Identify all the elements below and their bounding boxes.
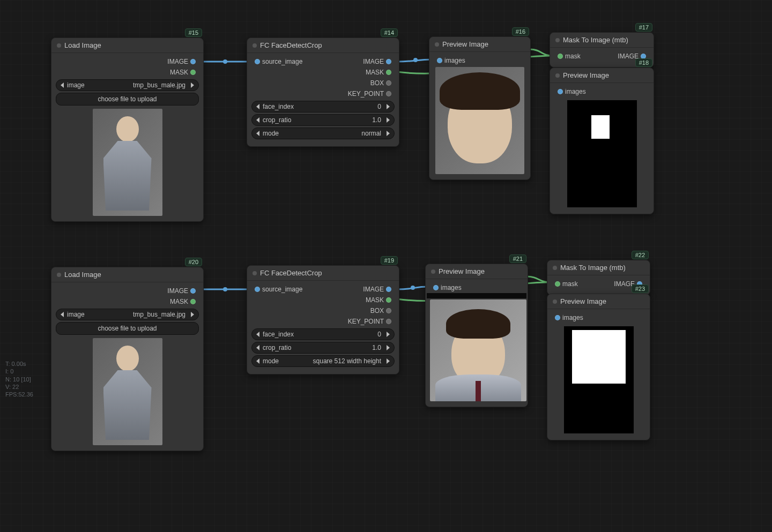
chevron-left-icon[interactable] (256, 131, 259, 136)
chevron-left-icon[interactable] (256, 332, 259, 337)
node-title[interactable]: Preview Image (429, 37, 530, 52)
node-preview-image-18[interactable]: #18 Preview Image images (550, 68, 654, 214)
node-title-label: Preview Image (442, 40, 488, 48)
svg-point-1 (413, 58, 418, 62)
collapse-toggle-icon[interactable] (555, 38, 560, 42)
chevron-left-icon[interactable] (256, 358, 259, 364)
chevron-right-icon[interactable] (387, 332, 390, 337)
output-port-image[interactable] (190, 59, 196, 64)
widget-label: crop_ratio (263, 116, 372, 124)
output-port-box[interactable] (386, 80, 391, 86)
preview-thumbnail[interactable] (564, 326, 634, 433)
chevron-right-icon[interactable] (191, 83, 194, 88)
preview-thumbnail[interactable] (93, 109, 162, 216)
input-port-source-image[interactable] (255, 59, 260, 64)
node-title[interactable]: FC FaceDetectCrop (247, 38, 399, 53)
collapse-toggle-icon[interactable] (253, 43, 257, 48)
collapse-toggle-icon[interactable] (431, 269, 435, 274)
upload-button[interactable]: choose file to upload (56, 322, 199, 335)
output-port-keypoint[interactable] (386, 319, 391, 324)
node-preview-image-21[interactable]: #21 Preview Image images (425, 264, 528, 407)
node-id-badge: #20 (185, 258, 202, 266)
widget-value: 1.0 (372, 344, 383, 351)
input-port-source-image[interactable] (255, 287, 260, 292)
input-port-images[interactable] (558, 89, 563, 94)
face-index-widget[interactable]: face_index 0 (251, 101, 395, 113)
output-keypoint-label: KEY_POINT (348, 318, 384, 325)
node-title[interactable]: FC FaceDetectCrop (247, 266, 399, 281)
upload-button[interactable]: choose file to upload (56, 93, 199, 106)
output-port-mask[interactable] (386, 70, 391, 75)
node-title[interactable]: Mask To Image (mtb) (550, 33, 654, 48)
output-port-mask[interactable] (190, 299, 196, 304)
output-port-image[interactable] (386, 59, 391, 64)
input-port-mask[interactable] (555, 281, 560, 287)
stat-n: N: 10 [10] (5, 376, 33, 383)
node-id-badge: #14 (381, 28, 398, 37)
input-port-images[interactable] (433, 285, 439, 290)
node-id-badge: #19 (381, 256, 398, 265)
chevron-left-icon[interactable] (256, 104, 259, 109)
collapse-toggle-icon[interactable] (57, 273, 61, 277)
node-title[interactable]: Preview Image (547, 294, 650, 309)
crop-ratio-widget[interactable]: crop_ratio 1.0 (251, 114, 395, 126)
chevron-right-icon[interactable] (387, 117, 390, 123)
preview-thumbnail[interactable] (567, 100, 637, 207)
input-port-images[interactable] (555, 315, 560, 320)
node-title[interactable]: Load Image (51, 267, 203, 282)
mode-widget[interactable]: mode square 512 width height (251, 355, 395, 367)
output-image-label: IMAGE (167, 58, 188, 65)
preview-thumbnail[interactable] (430, 299, 526, 401)
chevron-left-icon[interactable] (61, 312, 64, 317)
chevron-left-icon[interactable] (256, 117, 259, 123)
collapse-toggle-icon[interactable] (553, 299, 557, 304)
widget-value: square 512 width height (313, 357, 383, 365)
node-load-image-15[interactable]: #15 Load Image IMAGE MASK image tmp_bus_… (51, 38, 204, 222)
chevron-right-icon[interactable] (387, 104, 390, 109)
widget-value: 0 (377, 331, 383, 338)
image-selector-widget[interactable]: image tmp_bus_male.jpg (56, 309, 199, 320)
node-facedetectcrop-14[interactable]: #14 FC FaceDetectCrop source_image IMAGE… (247, 38, 399, 147)
node-title[interactable]: Preview Image (426, 264, 528, 279)
widget-label: crop_ratio (263, 344, 372, 351)
output-port-mask[interactable] (386, 297, 391, 303)
node-title-label: Preview Image (439, 267, 485, 275)
node-preview-image-16[interactable]: #16 Preview Image images (429, 36, 531, 180)
preview-thumbnail[interactable] (93, 338, 162, 445)
node-title[interactable]: Preview Image (550, 68, 654, 83)
output-port-image[interactable] (386, 287, 391, 292)
node-preview-image-23[interactable]: #23 Preview Image images (547, 294, 650, 440)
input-port-images[interactable] (437, 58, 442, 63)
stat-fps: FPS:52.36 (5, 391, 33, 398)
collapse-toggle-icon[interactable] (553, 266, 557, 270)
collapse-toggle-icon[interactable] (555, 73, 560, 78)
preview-thumbnail[interactable] (435, 67, 524, 174)
output-port-image[interactable] (190, 288, 196, 294)
face-index-widget[interactable]: face_index 0 (251, 328, 395, 340)
chevron-right-icon[interactable] (191, 312, 194, 317)
node-title-label: Preview Image (560, 297, 606, 305)
output-port-mask[interactable] (190, 70, 196, 75)
output-port-keypoint[interactable] (386, 91, 391, 96)
input-port-mask[interactable] (558, 54, 563, 59)
collapse-toggle-icon[interactable] (435, 42, 439, 47)
collapse-toggle-icon[interactable] (253, 271, 257, 275)
input-images-label: images (565, 88, 586, 95)
node-load-image-20[interactable]: #20 Load Image IMAGE MASK image tmp_bus_… (51, 267, 204, 451)
chevron-right-icon[interactable] (387, 358, 390, 364)
node-title[interactable]: Load Image (51, 38, 203, 53)
mode-widget[interactable]: mode normal (251, 128, 395, 139)
stats-overlay: T: 0.00s I: 0 N: 10 [10] V: 22 FPS:52.36 (5, 360, 33, 398)
chevron-left-icon[interactable] (256, 345, 259, 350)
node-id-badge: #18 (635, 58, 652, 67)
node-title[interactable]: Mask To Image (mtb) (547, 260, 650, 275)
collapse-toggle-icon[interactable] (57, 43, 61, 48)
image-selector-widget[interactable]: image tmp_bus_male.jpg (56, 79, 199, 91)
chevron-left-icon[interactable] (61, 83, 64, 88)
chevron-right-icon[interactable] (387, 345, 390, 350)
chevron-right-icon[interactable] (387, 131, 390, 136)
output-port-box[interactable] (386, 308, 391, 313)
widget-label: face_index (263, 331, 377, 338)
crop-ratio-widget[interactable]: crop_ratio 1.0 (251, 342, 395, 354)
node-facedetectcrop-19[interactable]: #19 FC FaceDetectCrop source_image IMAGE… (247, 265, 399, 374)
